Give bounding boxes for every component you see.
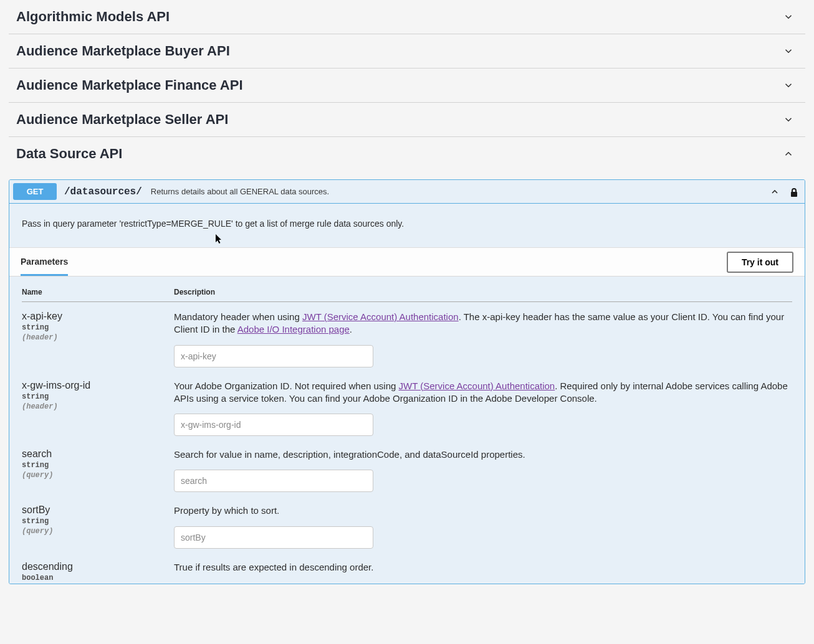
column-header-description: Description — [174, 288, 792, 296]
table-row: search string (query) Search for value i… — [22, 440, 792, 496]
chevron-down-icon — [783, 80, 794, 91]
endpoint-header[interactable]: GET /datasources/ Returns details about … — [9, 180, 805, 204]
search-input[interactable] — [174, 470, 373, 492]
x-api-key-input[interactable] — [174, 345, 373, 367]
section-title: Audience Marketplace Seller API — [16, 111, 228, 128]
lock-icon[interactable] — [790, 187, 798, 196]
x-gw-ims-org-id-input[interactable] — [174, 414, 373, 436]
param-location: (query) — [22, 471, 174, 480]
param-description: Mandatory header when using JWT (Service… — [174, 311, 792, 336]
param-location: (query) — [22, 527, 174, 536]
chevron-up-icon — [783, 148, 794, 159]
table-row: x-api-key string (header) Mandatory head… — [22, 302, 792, 371]
table-header: Name Description — [22, 277, 792, 302]
link-adobe-io-integration[interactable]: Adobe I/O Integration page — [237, 324, 350, 334]
param-description: Search for value in name, description, i… — [174, 448, 792, 461]
param-type: string — [22, 517, 174, 526]
svg-rect-0 — [791, 192, 797, 197]
section-title: Audience Marketplace Buyer API — [16, 43, 230, 59]
table-row: sortBy string (query) Property by which … — [22, 496, 792, 552]
chevron-up-icon — [770, 187, 780, 197]
api-section-marketplace-seller[interactable]: Audience Marketplace Seller API — [9, 103, 805, 137]
param-type: string — [22, 461, 174, 470]
param-location: (header) — [22, 333, 174, 342]
http-method-badge: GET — [13, 183, 57, 200]
table-row: descending boolean True if results are e… — [22, 552, 792, 584]
param-name: x-gw-ims-org-id — [22, 380, 174, 391]
param-description: True if results are expected in descendi… — [174, 561, 792, 574]
endpoint-body: Pass in query parameter 'restrictType=ME… — [9, 204, 805, 584]
param-type: boolean — [22, 574, 174, 582]
param-name: descending — [22, 561, 174, 572]
link-jwt-auth[interactable]: JWT (Service Account) Authentication — [302, 311, 459, 322]
tab-parameters[interactable]: Parameters — [21, 248, 68, 276]
endpoint-summary: Returns details about all GENERAL data s… — [151, 187, 770, 196]
api-section-marketplace-buyer[interactable]: Audience Marketplace Buyer API — [9, 34, 805, 69]
api-section-algorithmic-models[interactable]: Algorithmic Models API — [9, 0, 805, 34]
chevron-down-icon — [783, 45, 794, 57]
parameters-table: Name Description x-api-key string (heade… — [9, 277, 805, 584]
link-jwt-auth[interactable]: JWT (Service Account) Authentication — [399, 381, 555, 391]
try-it-out-button[interactable]: Try it out — [727, 252, 793, 273]
parameters-bar: Parameters Try it out — [9, 247, 805, 277]
column-header-name: Name — [22, 288, 174, 296]
param-description: Property by which to sort. — [174, 504, 792, 517]
param-name: search — [22, 448, 174, 460]
param-name: sortBy — [22, 504, 174, 516]
api-section-data-source[interactable]: Data Source API — [9, 137, 805, 171]
param-type: string — [22, 323, 174, 332]
table-row: x-gw-ims-org-id string (header) Your Ado… — [22, 371, 792, 440]
param-name: x-api-key — [22, 311, 174, 322]
chevron-down-icon — [783, 11, 794, 22]
param-location: (header) — [22, 402, 174, 411]
section-title: Algorithmic Models API — [16, 9, 170, 25]
section-title: Audience Marketplace Finance API — [16, 77, 243, 93]
chevron-down-icon — [783, 114, 794, 125]
api-section-marketplace-finance[interactable]: Audience Marketplace Finance API — [9, 69, 805, 103]
param-description: Your Adobe Organization ID. Not required… — [174, 380, 792, 405]
param-type: string — [22, 392, 174, 401]
endpoint-path: /datasources/ — [64, 186, 142, 197]
endpoint-description: Pass in query parameter 'restrictType=ME… — [9, 204, 805, 247]
endpoint-card: GET /datasources/ Returns details about … — [9, 179, 805, 584]
section-title: Data Source API — [16, 146, 122, 162]
sortby-input[interactable] — [174, 526, 373, 549]
